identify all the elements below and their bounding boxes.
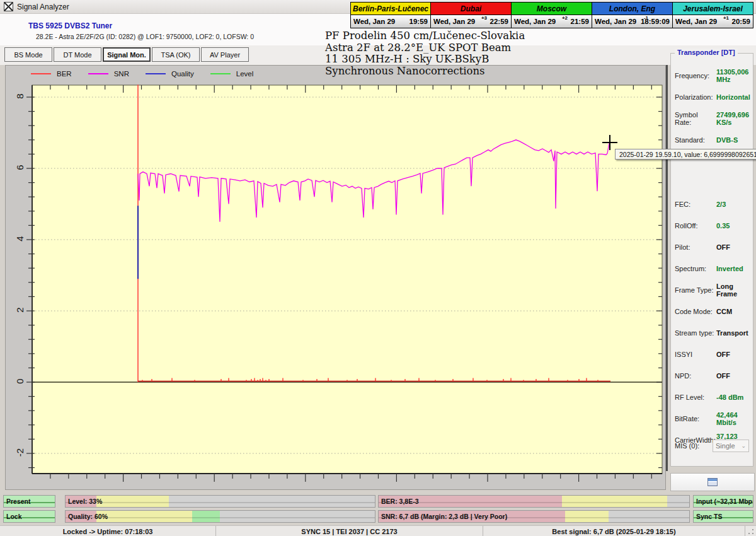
- tp-value: Transport: [716, 329, 748, 337]
- resize-grip[interactable]: [747, 528, 755, 535]
- legend-label: Level: [236, 70, 254, 78]
- tp-label: BitRate:: [675, 415, 716, 422]
- clock-city: Jerusalem-Israel: [673, 3, 753, 15]
- tp-label: RollOff:: [675, 222, 716, 230]
- report-icon: [707, 478, 718, 486]
- transponder-row: RF Level:-48 dBm: [671, 387, 753, 408]
- world-clocks: Berlin-Paris-LučenecWed, Jan 2919:59Duba…: [350, 2, 753, 28]
- bar-fill-segment: [609, 511, 689, 522]
- clock: Jerusalem-IsraelWed, Jan 29+120:59: [673, 2, 753, 28]
- bar-fill-segment: [96, 496, 169, 507]
- transponder-row: Stream type:Transport: [671, 322, 753, 344]
- transponder-row: Frequency:11305,006 MHz: [671, 65, 753, 86]
- signal-chart[interactable]: BERSNRQualityLevel 86420-2: [5, 65, 666, 490]
- transponder-row: FEC:2/3: [671, 194, 753, 215]
- quality-label: Quality: 60%: [68, 513, 108, 520]
- y-axis-tick-label: 8: [14, 90, 25, 103]
- snr-bar: SNR: 6,7 dB (Margin: 2,3 dB | Very Poor): [378, 510, 690, 523]
- clock: DubaiWed, Jan 29+322:59: [431, 2, 512, 28]
- transponder-rows: Frequency:11305,006 MHzPolarization:Hori…: [671, 65, 753, 451]
- bar-fill-segment: [220, 511, 375, 522]
- tp-label: Pilot:: [675, 243, 716, 251]
- legend-line-level: [210, 73, 231, 74]
- tp-value: OFF: [716, 372, 730, 380]
- status-sync-counters: SYNC 15 | TEI 2037 | CC 2173: [216, 526, 483, 536]
- annotation-line: Astra 2F at 28.2°E_UK SPOT Beam: [325, 42, 525, 54]
- bar-fill: [66, 511, 375, 522]
- transponder-row: Symbol Rate:27499,696 KS/s: [671, 108, 753, 129]
- signal-analyzer-window: Signal Analyzer TBS 5925 DVBS2 Tuner 28.…: [0, 0, 756, 536]
- tab-bs-mode[interactable]: BS Mode: [4, 47, 52, 62]
- chart-plot-area[interactable]: [32, 85, 662, 474]
- transponder-row: NPD:OFF: [671, 365, 753, 387]
- ber-bar: BER: 3,8E-3: [378, 495, 690, 508]
- log-button[interactable]: [670, 473, 755, 491]
- tp-label: Symbol Rate:: [675, 111, 716, 126]
- legend-line-ber: [31, 73, 51, 74]
- present-label: Present: [6, 498, 31, 505]
- mis-dropdown[interactable]: Single ⌄: [713, 440, 749, 452]
- tp-label: Frame Type:: [675, 286, 716, 294]
- status-lock-uptime: Locked -> Uptime: 07:18:03: [0, 526, 216, 536]
- chevron-down-icon: ⌄: [741, 443, 746, 449]
- bar-fill: [379, 496, 689, 507]
- lock-label: Lock: [6, 513, 22, 520]
- clock: Berlin-Paris-LučenecWed, Jan 2919:59: [350, 2, 431, 28]
- tp-label: Polarization:: [675, 93, 716, 101]
- quality-bar: Quality: 60%: [65, 510, 375, 523]
- tp-value: CCM: [716, 308, 732, 315]
- mis-label: MIS (0):: [675, 442, 713, 450]
- y-axis-tick-label: 6: [14, 161, 25, 175]
- window-title: Signal Analyzer: [17, 3, 69, 11]
- tp-label: RF Level:: [675, 393, 716, 401]
- annotation-overlay: PF Prodelin 450 cm/Lučenec-SlovakiaAstra…: [325, 30, 525, 77]
- level-bar: Level: 33%: [65, 495, 375, 508]
- tp-value: -48 dBm: [716, 393, 743, 401]
- tp-value: 42,464 Mbit/s: [716, 411, 749, 426]
- tp-label: Spectrum:: [675, 265, 716, 272]
- transponder-row: Standard:DVB-S: [671, 129, 753, 151]
- tp-value: OFF: [716, 351, 730, 358]
- tab-av-player[interactable]: AV Player: [201, 47, 249, 62]
- transponder-row: Spectrum:Inverted: [671, 258, 753, 279]
- chart-canvas: [32, 85, 662, 474]
- panel-splitter[interactable]: [666, 65, 668, 471]
- tp-value: DVB-S: [716, 136, 738, 144]
- transponder-row: RollOff:0.35: [671, 215, 753, 236]
- clock-city: Dubai: [431, 3, 511, 15]
- tp-value: 2/3: [716, 201, 726, 208]
- tp-value: 27499,696 KS/s: [716, 111, 749, 126]
- bar-fill-segment: [565, 511, 609, 522]
- tab-signal-mon-[interactable]: Signal Mon.: [103, 47, 151, 62]
- clock-time: Wed, Jan 29+322:59: [431, 15, 511, 28]
- tp-value: 0.35: [716, 222, 730, 230]
- tp-label: NPD:: [675, 372, 716, 380]
- legend-label: SNR: [114, 70, 129, 78]
- tp-value: Long Frame: [716, 283, 749, 298]
- tp-value: 11305,006 MHz: [716, 68, 749, 83]
- y-axis-tick-label: 2: [14, 303, 25, 317]
- chart-tooltip: 2025-01-29 19.59.10, value: 6,6999998092…: [615, 149, 756, 160]
- tab-tsa-ok-[interactable]: TSA (OK): [152, 47, 200, 62]
- legend-line-snr: [88, 73, 108, 74]
- level-label: Level: 33%: [68, 498, 102, 505]
- present-indicator: Present: [3, 495, 55, 508]
- legend-label: Quality: [171, 70, 194, 78]
- tp-value: Horizontal: [716, 93, 750, 101]
- transponder-panel: Transponder [DT] Frequency:11305,006 MHz…: [670, 53, 753, 467]
- transponder-row: BitRate:42,464 Mbit/s: [671, 408, 753, 429]
- device-name: TBS 5925 DVBS2 Tuner: [28, 21, 112, 30]
- tab-dt-mode[interactable]: DT Mode: [54, 47, 101, 62]
- legend-label: BER: [57, 70, 72, 78]
- snr-label: SNR: 6,7 dB (Margin: 2,3 dB | Very Poor): [381, 513, 507, 520]
- app-icon: [4, 2, 13, 11]
- tp-label: Standard:: [675, 136, 716, 144]
- y-axis-tick-label: 0: [14, 375, 25, 388]
- tp-value: Inverted: [716, 265, 743, 272]
- bar-fill: [66, 496, 375, 507]
- input-indicator: Input (~32,31 Mbps): [693, 495, 753, 508]
- bar-fill-segment: [562, 496, 668, 507]
- clock: London, EngWed, Jan 29-118:59:09: [592, 2, 673, 28]
- sync-label: Sync TS: [696, 513, 722, 520]
- tp-label: Code Mode:: [675, 308, 716, 315]
